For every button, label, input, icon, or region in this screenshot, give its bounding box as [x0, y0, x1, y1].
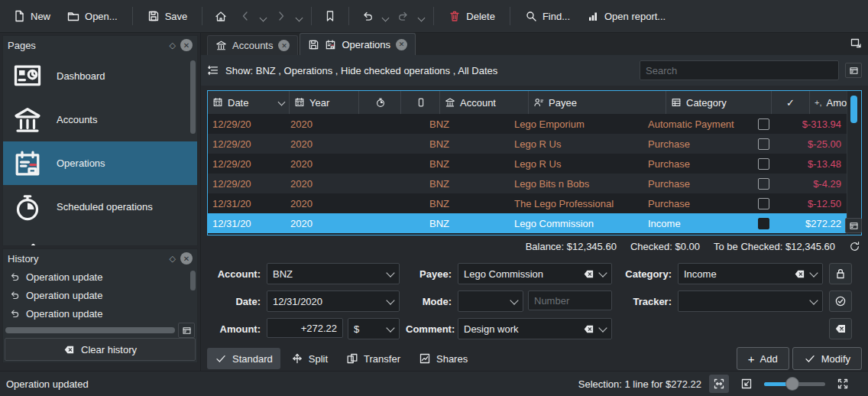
zoom-in-button[interactable] [833, 375, 853, 393]
delete-button[interactable]: Delete [442, 5, 502, 28]
unit-combo[interactable]: $ [348, 318, 400, 339]
float-panel-icon[interactable]: ◇ [170, 41, 176, 50]
table-row[interactable]: 12/29/202020BNZLego R UsPurchase$-13.48 [208, 154, 847, 174]
mode-shares-button[interactable]: Shares [411, 348, 475, 369]
close-tab-icon[interactable]: ✕ [278, 40, 290, 51]
zoom-slider[interactable] [764, 376, 825, 391]
forward-dropdown-arrow[interactable] [296, 14, 303, 21]
row-checkbox[interactable] [758, 158, 769, 170]
home-button[interactable] [210, 5, 232, 28]
filter-summary[interactable]: Show: BNZ , Operations , Hide checked op… [225, 65, 497, 76]
detach-tab-icon[interactable] [850, 37, 862, 49]
zoom-out-button[interactable] [737, 375, 756, 393]
number-input[interactable] [528, 291, 612, 310]
open-button[interactable]: Open... [60, 5, 125, 28]
undo-dropdown-arrow[interactable] [382, 14, 390, 21]
date-combo[interactable]: 12/31/2020 [267, 291, 400, 312]
zoom-slider-handle[interactable] [785, 377, 799, 391]
col-header-date[interactable]: Date [208, 91, 290, 114]
row-checkbox[interactable] [758, 118, 769, 130]
row-checkbox[interactable] [758, 198, 769, 209]
history-scrollbar[interactable] [190, 271, 196, 291]
table-scrollbar-thumb[interactable] [850, 96, 857, 123]
filter-config-button[interactable] [845, 63, 862, 78]
col-header-account[interactable]: Account [440, 91, 529, 114]
modify-button[interactable]: Modify [792, 347, 862, 370]
table-scrollbar[interactable] [847, 91, 861, 235]
mode-combo[interactable] [458, 291, 523, 312]
account-combo[interactable]: BNZ [267, 263, 400, 284]
clear-field-icon[interactable] [582, 323, 595, 335]
category-combo[interactable]: Income [678, 263, 823, 284]
new-button[interactable]: New [6, 5, 57, 28]
sidebar-item-trackers[interactable]: Trackers [3, 229, 197, 245]
stopwatch-icon [12, 192, 43, 222]
refresh-icon[interactable] [849, 241, 860, 252]
col-header-schedule[interactable] [359, 91, 401, 114]
close-panel-icon[interactable]: ✕ [180, 39, 193, 51]
close-panel-icon[interactable]: ✕ [180, 252, 193, 265]
close-tab-icon[interactable]: ✕ [396, 39, 407, 50]
clear-field-icon[interactable] [793, 268, 806, 280]
redo-dropdown-arrow[interactable] [418, 14, 426, 21]
pages-scrollbar[interactable] [190, 60, 196, 134]
comment-combo[interactable]: Design work [458, 318, 612, 339]
lock-button[interactable] [829, 263, 852, 284]
history-item[interactable]: Operation update [3, 286, 197, 304]
table-row[interactable]: 12/29/202020BNZLego EmporiumAutomatic Pa… [208, 114, 847, 134]
col-header-bookmark[interactable] [401, 91, 440, 114]
col-header-category[interactable]: Category [666, 91, 772, 114]
table-row[interactable]: 12/29/202020BNZLego Bits n BobsPurchase$… [208, 174, 847, 193]
sidebar-item-operations[interactable]: Operations [3, 141, 197, 185]
history-hscrollbar[interactable] [5, 327, 175, 333]
sidebar-item-dashboard[interactable]: Dashboard [3, 54, 197, 98]
float-panel-icon[interactable]: ◇ [170, 254, 176, 264]
find-button[interactable]: Find... [518, 5, 577, 28]
validate-button[interactable] [829, 291, 852, 312]
table-row[interactable]: 12/31/202020BNZThe Lego ProfessionalPurc… [208, 193, 847, 213]
table-row[interactable]: 12/29/202020BNZLego R UsPurchase$-25.00 [208, 134, 847, 154]
table-body: 12/29/202020BNZLego EmporiumAutomatic Pa… [208, 114, 847, 233]
tab-operations[interactable]: Operations✕ [300, 33, 416, 55]
mode-transfer-button[interactable]: Transfer [338, 348, 408, 369]
save-button[interactable]: Save [141, 5, 195, 28]
history-config-button[interactable] [178, 323, 195, 338]
mode-label: Mode: [406, 296, 452, 307]
cell-category: Automatic Payment [643, 118, 745, 130]
col-header-checked[interactable]: ✓ [772, 91, 810, 114]
zoom-fit-button[interactable] [709, 375, 729, 393]
mode-standard-button[interactable]: Standard [207, 348, 280, 369]
col-header-year[interactable]: Year [290, 91, 359, 114]
history-item[interactable]: Operation update [3, 304, 197, 323]
history-item[interactable]: Operation update [3, 268, 197, 286]
tracker-combo[interactable] [678, 291, 823, 312]
search-input[interactable] [640, 60, 839, 80]
sidebar-item-scheduled-operations[interactable]: Scheduled operations [3, 185, 197, 229]
clear-history-button[interactable]: Clear history [5, 338, 196, 361]
redo-button[interactable] [393, 5, 414, 28]
payee-combo[interactable]: Lego Commission [458, 263, 612, 284]
undo-button[interactable] [357, 5, 378, 28]
table-config-button[interactable] [845, 218, 862, 233]
bookmark-button[interactable] [319, 5, 341, 28]
tab-accounts[interactable]: Accounts✕ [207, 35, 298, 55]
sidebar-item-accounts[interactable]: Accounts [3, 98, 197, 141]
back-button[interactable] [235, 5, 256, 28]
row-checkbox[interactable] [758, 138, 769, 150]
col-header-payee[interactable]: Payee [529, 91, 666, 114]
clear-form-button[interactable] [829, 318, 852, 339]
pages-panel: Pages ◇ ✕ DashboardAccountsOperationsSch… [2, 35, 198, 246]
row-checkbox[interactable] [758, 178, 769, 190]
backspace-icon [63, 344, 75, 355]
open-report-button[interactable]: Open report... [580, 5, 672, 28]
clear-field-icon[interactable] [582, 268, 595, 280]
add-button[interactable]: + Add [737, 347, 789, 370]
amount-input[interactable] [267, 318, 343, 338]
row-checkbox[interactable] [758, 218, 769, 229]
operations-table: Date Year Account [207, 90, 862, 235]
mode-split-button[interactable]: Split [283, 348, 335, 369]
list-config-icon [849, 221, 859, 231]
back-dropdown-arrow[interactable] [260, 14, 267, 21]
table-row[interactable]: 12/31/202020BNZLego CommissionIncome$272… [208, 213, 847, 233]
forward-button[interactable] [270, 5, 292, 28]
